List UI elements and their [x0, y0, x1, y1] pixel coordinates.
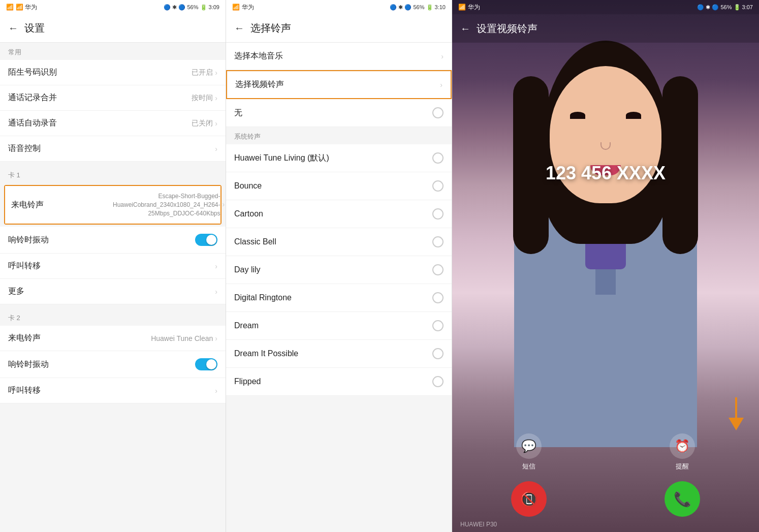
settings-item-auto-record[interactable]: 通话自动录音 已关闭 ›: [0, 111, 226, 136]
settings-item-call-forward1[interactable]: 呼叫转移 ›: [0, 254, 226, 279]
accept-button[interactable]: 📞: [665, 481, 700, 517]
bounce-radio[interactable]: [432, 180, 444, 192]
settings-item-vibrate1[interactable]: 响铃时振动: [0, 227, 226, 254]
call-actions: 💬 短信 ⏰ 提醒: [452, 433, 759, 471]
settings-back-button[interactable]: ←: [8, 22, 18, 34]
vibrate1-label: 响铃时振动: [8, 235, 49, 245]
reminder-label: 提醒: [676, 462, 689, 471]
settings-item-more1[interactable]: 更多 ›: [0, 279, 226, 304]
huawei-tune-radio[interactable]: [432, 152, 444, 164]
huawei-watermark: HUAWEI P30: [460, 521, 497, 528]
video-panel: 📶 华为 🔵 ✱ 🔵 56% 🔋 3:07 ← 设置视频铃声: [452, 0, 759, 532]
day-lily-radio[interactable]: [432, 264, 444, 275]
ringtone-item-video[interactable]: 选择视频铃声 ›: [227, 71, 451, 98]
settings-header: ← 设置: [0, 14, 226, 43]
dream-it-possible-label: Dream It Possible: [234, 349, 298, 358]
video-back-button[interactable]: ←: [460, 23, 470, 35]
call-merge-label: 通话记录合并: [8, 92, 57, 103]
arrow-line: [735, 397, 737, 418]
system-ringtone-section-label: 系统铃声: [226, 127, 452, 144]
status-icons-1: 🔵 ✱ 🔵 56% 🔋 3:09: [164, 4, 219, 11]
call-forward2-label: 呼叫转移: [8, 385, 41, 396]
ringtone-item-dream-it-possible[interactable]: Dream It Possible: [226, 340, 452, 368]
status-left-2: 📶 华为: [232, 3, 254, 12]
settings-item-call-forward2[interactable]: 呼叫转移 ›: [0, 378, 226, 403]
ringtone-back-button[interactable]: ←: [234, 22, 244, 34]
digital-ringtone-radio[interactable]: [432, 292, 444, 303]
wifi-icon-2: 📶: [232, 4, 240, 11]
status-right-2: 🔵 ✱ 🔵 56% 🔋 3:10: [390, 4, 446, 11]
ringtone-item-none[interactable]: 无: [226, 99, 452, 127]
sms-label: 短信: [522, 462, 535, 471]
call-merge-value: 按时间 ›: [192, 93, 217, 103]
chevron-icon: ›: [215, 288, 217, 296]
call-forward1-value: ›: [215, 262, 217, 270]
ringtone-item-bounce[interactable]: Bounce: [226, 172, 452, 200]
dream-radio[interactable]: [432, 320, 444, 331]
chevron-icon: ›: [223, 200, 225, 210]
accept-icon: 📞: [674, 491, 691, 508]
none-radio[interactable]: [432, 107, 444, 118]
ringtone-item-huawei-tune[interactable]: Huawei Tune Living (默认): [226, 144, 452, 172]
settings-item-stranger-id[interactable]: 陌生号码识别 已开启 ›: [0, 60, 226, 85]
card2-ringtone-label: 来电铃声: [8, 333, 41, 343]
voice-control-value: ›: [215, 145, 217, 153]
bounce-label: Bounce: [234, 181, 262, 191]
carrier-name-1: 📶 华为: [16, 3, 37, 12]
settings-title: 设置: [24, 21, 45, 35]
video-ringtone-container[interactable]: 选择视频铃声 ›: [226, 70, 452, 99]
decline-button[interactable]: 📵: [511, 481, 547, 517]
status-left-1: 📶 📶 华为: [6, 3, 37, 12]
call-buttons: 📵 📞: [452, 481, 759, 517]
card1-ringtone-container[interactable]: 来电铃声 Escape-Short-Bugged-HuaweiCobrand_2…: [4, 185, 222, 225]
eye-left: [570, 112, 585, 119]
carrier-name-2: 华为: [242, 3, 254, 12]
card1-ringtone-value: Escape-Short-Bugged-HuaweiCobrand_2340x1…: [113, 192, 214, 217]
reminder-action[interactable]: ⏰ 提醒: [670, 433, 695, 471]
flipped-radio[interactable]: [432, 376, 444, 387]
video-title: 设置视频铃声: [477, 22, 537, 36]
settings-item-call-merge[interactable]: 通话记录合并 按时间 ›: [0, 85, 226, 111]
voice-control-label: 语音控制: [8, 143, 41, 154]
settings-item-vibrate2[interactable]: 响铃时振动: [0, 351, 226, 378]
status-right-3: 🔵 ✱ 🔵 56% 🔋 3:07: [697, 4, 753, 11]
cartoon-radio[interactable]: [432, 208, 444, 220]
sms-action[interactable]: 💬 短信: [516, 433, 542, 471]
settings-item-voice-control[interactable]: 语音控制 ›: [0, 136, 226, 162]
ringtone-item-day-lily[interactable]: Day lily: [226, 256, 452, 284]
classic-bell-label: Classic Bell: [234, 237, 276, 246]
ringtone-item-dream[interactable]: Dream: [226, 312, 452, 340]
auto-record-value: 已关闭 ›: [192, 119, 217, 128]
vibrate1-toggle[interactable]: [195, 234, 217, 246]
vibrate2-toggle[interactable]: [195, 358, 217, 370]
classic-bell-radio[interactable]: [432, 236, 444, 247]
ringtone-panel: 📶 华为 🔵 ✱ 🔵 56% 🔋 3:10 ← 选择铃声 选择本地音乐 › 选择…: [226, 0, 452, 532]
arrow-head: [729, 418, 744, 430]
section-label-card1: 卡 1: [0, 166, 226, 183]
ringtone-item-classic-bell[interactable]: Classic Bell: [226, 228, 452, 256]
dream-it-possible-radio[interactable]: [432, 348, 444, 359]
flipped-label: Flipped: [234, 377, 261, 386]
chevron-icon: ›: [215, 262, 217, 270]
chevron-icon: ›: [215, 94, 217, 102]
auto-record-label: 通话自动录音: [8, 118, 57, 129]
card1-ringtone-item[interactable]: 来电铃声 Escape-Short-Bugged-HuaweiCobrand_2…: [5, 186, 220, 224]
call-forward2-value: ›: [215, 387, 217, 395]
ringtone-item-cartoon[interactable]: Cartoon: [226, 200, 452, 228]
divider-1: [0, 162, 226, 166]
eye-right: [626, 112, 641, 119]
status-bar-2: 📶 华为 🔵 ✱ 🔵 56% 🔋 3:10: [226, 0, 452, 14]
ringtone-header: ← 选择铃声: [226, 14, 452, 43]
chevron-icon: ›: [215, 145, 217, 153]
caller-number: 123 456 XXXX: [452, 163, 759, 184]
card2-ringtone-item[interactable]: 来电铃声 Huawei Tune Clean ›: [0, 326, 226, 351]
digital-ringtone-label: Digital Ringtone: [234, 293, 292, 302]
ringtone-item-flipped[interactable]: Flipped: [226, 368, 452, 396]
ringtone-item-local-music[interactable]: 选择本地音乐 ›: [226, 43, 452, 70]
video-ringtone-label: 选择视频铃声: [235, 79, 284, 90]
ringtone-item-digital[interactable]: Digital Ringtone: [226, 284, 452, 312]
section-label-card2: 卡 2: [0, 308, 226, 326]
stranger-id-value: 已开启 ›: [192, 68, 217, 77]
card2-ringtone-value: Huawei Tune Clean ›: [151, 334, 217, 342]
section-label-common: 常用: [0, 43, 226, 60]
